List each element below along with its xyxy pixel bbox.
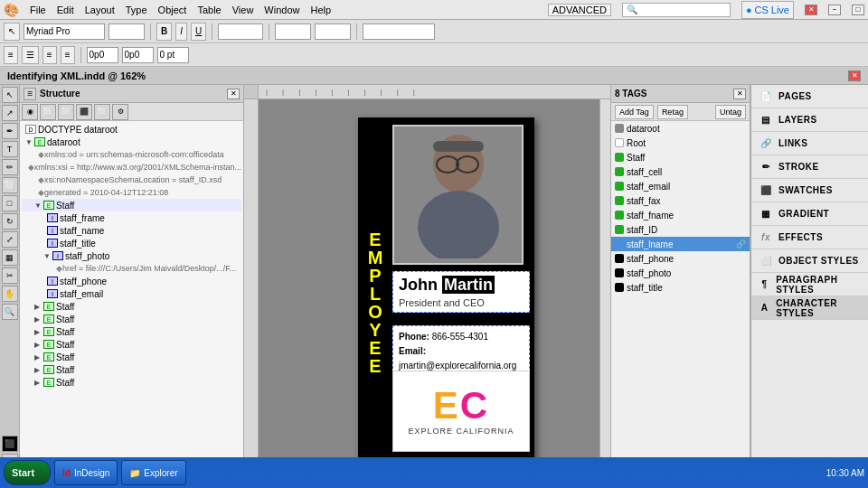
tag-staff-photo[interactable]: staff_photo [611, 266, 750, 280]
tree-photo-href[interactable]: ◆ href = file:///C:/Users/Jim Maivald/De… [22, 262, 241, 275]
tree-staff-6[interactable]: ▶ E Staff [22, 351, 241, 363]
tree-staff-3[interactable]: ▶ E Staff [22, 313, 241, 325]
tree-staff-frame[interactable]: I staff_frame [22, 211, 241, 224]
tree-attr-1[interactable]: ◆ xmlns:od = urn:schemas-microsoft-com:o… [22, 148, 241, 161]
tree-staff-name[interactable]: I staff_name [22, 224, 241, 237]
tree-staff-7[interactable]: ▶ E Staff [22, 363, 241, 376]
select-tool[interactable]: ↖ [2, 87, 18, 103]
tag-dataroot[interactable]: dataroot [611, 121, 750, 136]
tags-close-btn[interactable]: ✕ [733, 89, 746, 99]
tree-staff-photo[interactable]: ▼ I staff_photo [22, 249, 241, 262]
align-center-btn[interactable]: ☰ [22, 46, 39, 64]
tree-attr-4[interactable]: ◆ generated = 2010-04-12T12:21:08 [22, 186, 241, 199]
tree-staff-4[interactable]: ▶ E Staff [22, 325, 241, 338]
font-name-input[interactable] [24, 23, 105, 40]
retag-btn[interactable]: Retag [657, 105, 688, 119]
rotate-tool[interactable]: ↻ [2, 213, 18, 230]
structure-close-btn[interactable]: ✕ [227, 89, 240, 99]
align-right-btn[interactable]: ≡ [42, 46, 57, 64]
lang-input[interactable]: English USA [363, 23, 435, 40]
frame-tool[interactable]: ⬜ [2, 177, 18, 193]
italic-btn[interactable]: I [175, 23, 187, 41]
menu-object[interactable]: Object [158, 5, 187, 15]
leading-input[interactable] [122, 47, 154, 63]
untag-btn[interactable]: Untag [715, 105, 746, 119]
start-button[interactable]: Start [4, 460, 51, 485]
panel-pages[interactable]: 📄 PAGES [751, 85, 868, 108]
fill-color[interactable]: ⬛ [2, 436, 18, 452]
tree-staff-title[interactable]: I staff_title [22, 237, 241, 249]
tag-staff-lname[interactable]: staff_lname 🔗 [611, 237, 750, 251]
panel-paragraph-styles[interactable]: ¶ PARAGRAPH STYLES [751, 273, 868, 296]
structure-menu-btn[interactable]: ☰ [24, 88, 36, 100]
rectangle-tool[interactable]: □ [2, 195, 18, 211]
underline-btn[interactable]: U [191, 23, 206, 41]
gradient-tool[interactable]: ▦ [2, 249, 18, 266]
close-btn[interactable]: ✕ [805, 5, 817, 15]
tag-staff-fax[interactable]: staff_fax [611, 193, 750, 208]
tag-staff-title[interactable]: staff_title [611, 280, 750, 295]
direct-select-tool[interactable]: ↗ [2, 105, 18, 121]
struct-btn-4[interactable]: ⬛ [76, 104, 92, 120]
baseline-input[interactable] [157, 47, 189, 63]
panel-stroke[interactable]: ✏ STROKE [751, 155, 868, 179]
struct-btn-5[interactable]: ⬜ [94, 104, 110, 120]
panel-object-styles[interactable]: ⬜ OBJECT STYLES [751, 249, 868, 273]
panel-layers[interactable]: ▤ LAYERS [751, 108, 868, 132]
font-size-input[interactable]: 22 pt [108, 23, 145, 40]
menu-view[interactable]: View [232, 5, 254, 15]
pencil-tool[interactable]: ✏ [2, 159, 18, 175]
menu-help[interactable]: Help [310, 5, 331, 15]
tag-staff-cell[interactable]: staff_cell [611, 164, 750, 179]
scale-v-input[interactable]: 100% [315, 23, 351, 40]
pen-tool[interactable]: ✒ [2, 123, 18, 139]
align-left-btn[interactable]: ≡ [4, 46, 18, 64]
min-btn[interactable]: − [828, 5, 841, 15]
justify-btn[interactable]: ≡ [61, 46, 75, 64]
panel-gradient[interactable]: ▦ GRADIENT [751, 202, 868, 226]
scissors-tool[interactable]: ✂ [2, 267, 18, 284]
tree-item-dataroot[interactable]: ▼ E dataroot [22, 136, 241, 148]
max-btn[interactable]: □ [852, 5, 864, 15]
taskbar-explorer[interactable]: 📁 Explorer [121, 460, 185, 485]
tree-staff-main[interactable]: ▼ E Staff [22, 199, 241, 211]
search-icon[interactable]: 🔍 [622, 3, 731, 17]
canvas-scrollbar-v[interactable] [599, 99, 610, 488]
tag-staff-phone[interactable]: staff_phone [611, 251, 750, 266]
menu-edit[interactable]: Edit [57, 5, 74, 15]
zoom-tool[interactable]: 🔍 [2, 304, 18, 320]
doc-close-btn[interactable]: ✕ [848, 70, 861, 81]
taskbar-indesign[interactable]: Id InDesign [54, 460, 118, 485]
tag-staff-fname[interactable]: staff_fname [611, 208, 750, 222]
struct-btn-6[interactable]: ⚙ [112, 104, 128, 120]
hand-tool[interactable]: ✋ [2, 286, 18, 302]
panel-effects[interactable]: fx EFFECTS [751, 226, 868, 249]
tree-staff-5[interactable]: ▶ E Staff [22, 338, 241, 351]
menu-type[interactable]: Type [126, 5, 147, 15]
tool-select-btn[interactable]: ↖ [4, 23, 20, 41]
panel-links[interactable]: 🔗 LINKS [751, 132, 868, 155]
menu-table[interactable]: Table [197, 5, 221, 15]
struct-btn-1[interactable]: ◉ [22, 104, 38, 120]
scale-tool[interactable]: ⤢ [2, 231, 18, 248]
tracking-input[interactable] [87, 47, 118, 63]
cs-live-btn[interactable]: ● CS Live [741, 1, 794, 19]
type-tool[interactable]: T [2, 141, 18, 157]
tree-staff-8[interactable]: ▶ E Staff [22, 376, 241, 389]
tree-staff-phone[interactable]: I staff_phone [22, 275, 241, 287]
panel-character-styles[interactable]: A CHARACTER STYLES [751, 296, 868, 320]
tree-attr-2[interactable]: ◆ xmlns:xsi = http://www.w3.org/2001/XML… [22, 161, 241, 174]
tree-item-doctype[interactable]: D DOCTYPE dataroot [22, 123, 241, 136]
tag-staff-id[interactable]: staff_ID [611, 222, 750, 237]
struct-btn-3[interactable]: ⬜ [58, 104, 74, 120]
menu-file[interactable]: File [30, 5, 46, 15]
struct-btn-2[interactable]: ⬜ [40, 104, 56, 120]
tree-staff-email[interactable]: I staff_email [22, 287, 241, 300]
panel-swatches[interactable]: ⬛ SWATCHES [751, 179, 868, 202]
tag-root[interactable]: Root [611, 136, 750, 150]
tree-staff-2[interactable]: ▶ E Staff [22, 300, 241, 313]
menu-layout[interactable]: Layout [85, 5, 115, 15]
tag-staff[interactable]: Staff [611, 150, 750, 164]
tag-staff-email[interactable]: staff_email [611, 179, 750, 193]
mode-selector[interactable]: ADVANCED [548, 4, 611, 16]
